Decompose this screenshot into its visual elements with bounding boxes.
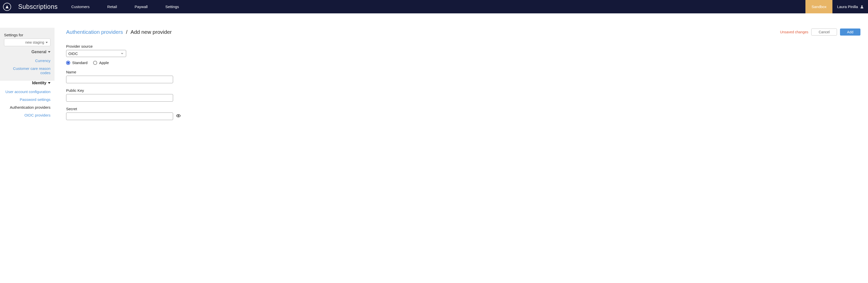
cancel-button[interactable]: Cancel (811, 29, 837, 36)
sidebar-group-general[interactable]: General (4, 50, 51, 54)
public-key-label: Public Key (66, 88, 861, 93)
breadcrumb-current: Add new provider (130, 29, 172, 35)
app-title[interactable]: Subscriptions (18, 3, 58, 10)
unsaved-changes-text: Unsaved changes (780, 30, 808, 34)
provider-source-value: OIDC (68, 52, 78, 56)
sidebar-item-auth-providers[interactable]: Authentication providers (4, 103, 51, 111)
sidebar-item-password-settings[interactable]: Password settings (4, 96, 51, 103)
environment-selected-value: new staging (25, 40, 44, 44)
chevron-down-icon (46, 42, 48, 43)
radio-standard-label: Standard (72, 61, 88, 65)
sidebar-item-oidc-providers[interactable]: OIDC providers (4, 111, 51, 119)
main-content: Authentication providers / Add new provi… (55, 13, 868, 135)
secret-label: Secret (66, 107, 861, 111)
name-input[interactable] (66, 76, 173, 83)
user-menu[interactable]: Laura Pinilla (832, 4, 868, 9)
secret-input[interactable] (66, 113, 173, 120)
sidebar-item-currency[interactable]: Currency (4, 57, 51, 65)
user-name: Laura Pinilla (837, 4, 858, 9)
svg-point-0 (861, 5, 863, 6)
primary-nav: Customers Retail Paywall Settings (71, 4, 806, 9)
sidebar-group-general-label: General (31, 50, 46, 54)
nav-customers[interactable]: Customers (71, 4, 90, 9)
page-actions: Unsaved changes Cancel Add (780, 29, 861, 36)
provider-source-select[interactable]: OIDC (66, 50, 126, 57)
top-nav: Subscriptions Customers Retail Paywall S… (0, 0, 868, 13)
environment-select[interactable]: new staging (4, 39, 51, 46)
nav-retail[interactable]: Retail (107, 4, 117, 9)
sidebar-group-identity-label: Identity (32, 81, 46, 85)
breadcrumb-parent[interactable]: Authentication providers (66, 29, 123, 35)
nav-paywall[interactable]: Paywall (134, 4, 148, 9)
radio-standard[interactable]: Standard (66, 61, 88, 65)
svg-point-1 (178, 115, 179, 117)
chevron-down-icon (120, 52, 124, 55)
breadcrumb-separator: / (126, 29, 127, 35)
radio-selected-icon (66, 61, 70, 65)
sidebar-item-reason-codes[interactable]: Customer care reason codes (4, 65, 51, 77)
eye-icon[interactable] (176, 114, 181, 119)
sandbox-badge[interactable]: Sandbox (805, 0, 832, 13)
name-label: Name (66, 70, 861, 74)
breadcrumb: Authentication providers / Add new provi… (66, 29, 172, 35)
app-logo-icon[interactable] (3, 3, 11, 11)
sidebar: Settings for new staging General Currenc… (0, 13, 55, 135)
settings-for-label: Settings for (4, 33, 51, 37)
add-button[interactable]: Add (840, 29, 861, 36)
nav-settings[interactable]: Settings (165, 4, 179, 9)
radio-unselected-icon (93, 61, 97, 65)
chevron-down-icon (48, 51, 51, 53)
radio-apple[interactable]: Apple (93, 61, 109, 65)
radio-apple-label: Apple (99, 61, 109, 65)
sidebar-group-identity[interactable]: Identity (4, 81, 51, 85)
chevron-down-icon (48, 82, 51, 84)
user-icon (860, 5, 864, 9)
provider-source-label: Provider source (66, 44, 861, 49)
sidebar-item-user-account-config[interactable]: User account configuration (4, 88, 51, 96)
public-key-input[interactable] (66, 94, 173, 102)
sandbox-badge-label: Sandbox (811, 4, 826, 9)
